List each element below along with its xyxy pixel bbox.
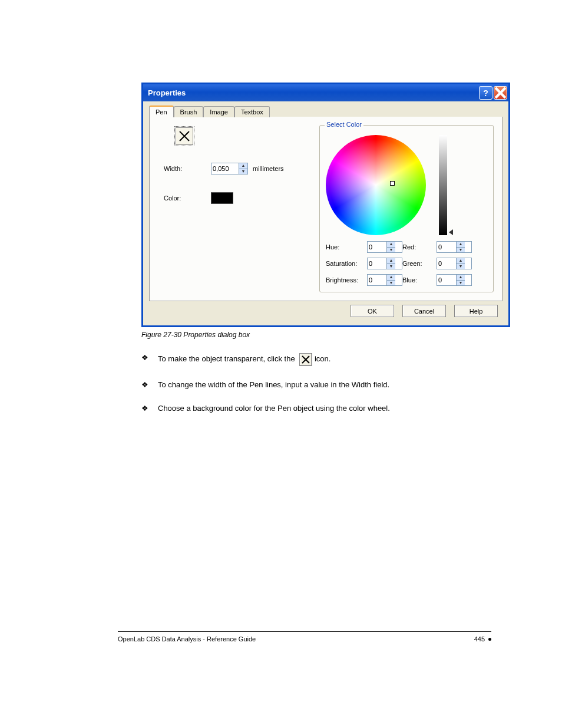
blue-spinner[interactable]: ▲▼ (437, 274, 472, 286)
bullet-text: To make the object transparent, click th… (158, 353, 330, 366)
figure-caption: Figure 27-30 Properties dialog box (141, 331, 527, 339)
dot-icon (488, 638, 491, 641)
diamond-bullet-icon: ❖ (141, 404, 148, 413)
chevron-up-icon[interactable]: ▲ (387, 242, 395, 248)
transparent-button[interactable] (176, 127, 193, 145)
footer-title: OpenLab CDS Data Analysis - Reference Gu… (118, 635, 256, 643)
chevron-up-icon[interactable]: ▲ (387, 275, 395, 281)
width-spinner[interactable]: ▲▼ (211, 163, 248, 174)
saturation-spinner[interactable]: ▲▼ (367, 258, 402, 269)
list-item: ❖ Choose a background color for the Pen … (141, 404, 527, 413)
width-stepper[interactable]: ▲▼ (239, 163, 247, 174)
diamond-bullet-icon: ❖ (141, 380, 148, 390)
close-icon[interactable] (494, 86, 507, 100)
color-wheel[interactable] (326, 135, 426, 235)
chevron-up-icon[interactable]: ▲ (457, 242, 465, 248)
brightness-marker[interactable] (449, 229, 453, 235)
chevron-up-icon[interactable]: ▲ (457, 275, 465, 281)
list-item: ❖ To make the object transparent, click … (141, 353, 527, 366)
chevron-down-icon[interactable]: ▼ (239, 169, 247, 174)
brightness-slider[interactable] (439, 135, 447, 235)
tab-textbox[interactable]: Textbox (234, 106, 270, 117)
ok-button[interactable]: OK (351, 305, 394, 317)
group-legend: Select Color (325, 121, 363, 128)
chevron-down-icon[interactable]: ▼ (387, 248, 395, 253)
tab-brush[interactable]: Brush (174, 106, 204, 117)
width-input[interactable] (211, 163, 239, 174)
chevron-down-icon[interactable]: ▼ (387, 281, 395, 286)
red-label: Red: (402, 243, 437, 251)
help-button[interactable]: Help (454, 305, 498, 317)
red-input[interactable] (437, 242, 456, 252)
list-item: ❖ To change the width of the Pen lines, … (141, 380, 527, 390)
width-unit: millimeters (253, 165, 284, 172)
tab-pen[interactable]: Pen (149, 106, 174, 117)
instruction-list: ❖ To make the object transparent, click … (141, 353, 527, 413)
green-label: Green: (402, 260, 437, 267)
hue-input[interactable] (368, 242, 386, 252)
tab-image[interactable]: Image (203, 106, 234, 117)
green-spinner[interactable]: ▲▼ (437, 258, 472, 269)
page-number: 445 (474, 635, 485, 643)
brightness-input[interactable] (368, 275, 386, 285)
red-spinner[interactable]: ▲▼ (437, 241, 472, 253)
width-label: Width: (164, 165, 211, 172)
select-color-group: Select Color Hue: (319, 125, 494, 292)
blue-label: Blue: (402, 276, 437, 284)
chevron-up-icon[interactable]: ▲ (239, 163, 247, 169)
color-swatch[interactable] (211, 192, 233, 204)
chevron-down-icon[interactable]: ▼ (457, 281, 465, 286)
bullet-text: Choose a background color for the Pen ob… (158, 404, 390, 413)
hue-spinner[interactable]: ▲▼ (367, 241, 402, 253)
chevron-down-icon[interactable]: ▼ (457, 264, 465, 269)
chevron-up-icon[interactable]: ▲ (387, 258, 395, 264)
tab-strip: Pen Brush Image Textbox (149, 105, 503, 117)
color-wheel-marker (390, 181, 395, 186)
dialog-titlebar[interactable]: Properties ? (143, 84, 508, 101)
page-footer: OpenLab CDS Data Analysis - Reference Gu… (118, 635, 491, 643)
chevron-down-icon[interactable]: ▼ (387, 264, 395, 269)
brightness-spinner[interactable]: ▲▼ (367, 274, 402, 286)
saturation-label: Saturation: (326, 260, 367, 267)
dialog-title: Properties (148, 88, 186, 97)
help-icon[interactable]: ? (479, 86, 492, 100)
diamond-bullet-icon: ❖ (141, 353, 148, 363)
chevron-down-icon[interactable]: ▼ (457, 248, 465, 253)
green-input[interactable] (437, 258, 456, 269)
saturation-input[interactable] (368, 258, 386, 269)
brightness-label: Brightness: (326, 276, 367, 284)
cancel-button[interactable]: Cancel (402, 305, 446, 317)
hue-label: Hue: (326, 243, 367, 251)
properties-dialog: Properties ? Pen Brush Image Textbox (141, 83, 510, 327)
color-label: Color: (164, 195, 211, 202)
bullet-text: To change the width of the Pen lines, in… (158, 380, 389, 389)
chevron-up-icon[interactable]: ▲ (457, 258, 465, 264)
transparent-icon (299, 353, 312, 366)
blue-input[interactable] (437, 275, 456, 285)
